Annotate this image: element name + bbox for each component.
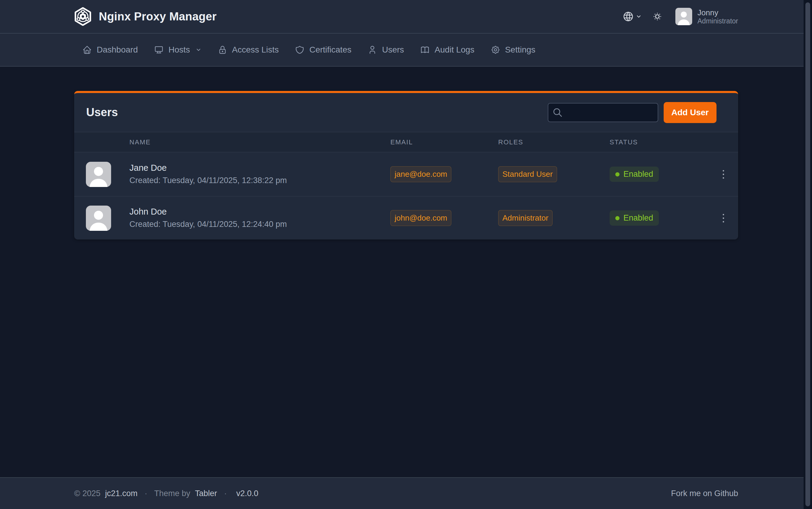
theme-by-text: Theme by — [154, 489, 190, 498]
search-box — [548, 103, 658, 122]
nav-label: Certificates — [309, 45, 351, 55]
lock-icon — [218, 45, 227, 55]
column-header-roles: ROLES — [498, 138, 610, 146]
brand: Nginx Proxy Manager — [74, 7, 217, 26]
status-badge: Enabled — [610, 167, 659, 182]
user-icon — [367, 45, 377, 55]
status-label: Enabled — [623, 170, 653, 179]
nav-label: Dashboard — [97, 45, 138, 55]
monitor-icon — [154, 45, 164, 55]
avatar — [86, 206, 111, 231]
status-dot-icon — [615, 216, 619, 220]
avatar — [675, 8, 692, 25]
person-silhouette-icon — [675, 8, 692, 25]
status-badge: Enabled — [610, 210, 659, 226]
nav-item-settings[interactable]: Settings — [483, 34, 544, 66]
nav-item-dashboard[interactable]: Dashboard — [74, 34, 146, 66]
nav-item-users[interactable]: Users — [359, 34, 412, 66]
nav-item-access-lists[interactable]: Access Lists — [209, 34, 287, 66]
table-row: Jane Doe Created: Tuesday, 04/11/2025, 1… — [74, 152, 738, 196]
column-header-status: STATUS — [610, 138, 709, 146]
row-menu-button[interactable] — [714, 209, 733, 228]
role-badge: Standard User — [498, 166, 557, 182]
language-button[interactable] — [622, 11, 642, 22]
footer: © 2025 jc21.com · Theme by Tabler · v2.0… — [0, 477, 804, 509]
user-created-date: Created: Tuesday, 04/11/2025, 12:24:40 p… — [129, 220, 287, 229]
email-badge: jane@doe.com — [390, 166, 451, 182]
shield-icon — [295, 45, 304, 55]
topbar: Nginx Proxy Manager — [0, 0, 804, 34]
column-header-name: NAME — [74, 138, 390, 146]
nav-item-certificates[interactable]: Certificates — [287, 34, 359, 66]
card-header: Users Add User — [74, 93, 738, 132]
user-full-name: John Doe — [129, 207, 287, 217]
kebab-menu-icon — [717, 168, 730, 181]
users-card: Users Add User NAME EMAIL — [74, 91, 738, 239]
version-text: v2.0.0 — [236, 489, 259, 498]
nav-label: Audit Logs — [434, 45, 474, 55]
nav-item-audit-logs[interactable]: Audit Logs — [412, 34, 482, 66]
tabler-link[interactable]: Tabler — [195, 489, 217, 498]
nav-item-hosts[interactable]: Hosts — [146, 34, 209, 66]
book-icon — [420, 45, 430, 55]
nginx-proxy-manager-logo-icon — [74, 7, 92, 26]
column-header-email: EMAIL — [390, 138, 498, 146]
jc21-link[interactable]: jc21.com — [105, 489, 137, 498]
status-label: Enabled — [623, 213, 653, 223]
user-name: Jonny — [697, 9, 738, 16]
app-title: Nginx Proxy Manager — [99, 10, 217, 23]
user-menu[interactable]: Jonny Administrator — [675, 8, 738, 25]
sun-icon — [652, 11, 663, 22]
footer-credits: © 2025 jc21.com · Theme by Tabler · v2.0… — [74, 489, 258, 498]
separator: · — [224, 489, 227, 498]
table-header: NAME EMAIL ROLES STATUS — [74, 132, 738, 152]
person-silhouette-icon — [86, 162, 111, 187]
role-badge: Administrator — [498, 210, 553, 226]
gear-icon — [491, 45, 500, 55]
nav-label: Users — [382, 45, 404, 55]
copyright-text: © 2025 — [74, 489, 100, 498]
globe-icon — [622, 11, 634, 22]
user-full-name: Jane Doe — [129, 163, 287, 173]
scrollbar-thumb[interactable] — [805, 2, 810, 506]
app-root: Nginx Proxy Manager — [0, 0, 812, 509]
nav-label: Settings — [505, 45, 535, 55]
email-badge: john@doe.com — [390, 210, 451, 226]
avatar — [86, 162, 111, 187]
main-content: Users Add User NAME EMAIL — [0, 67, 804, 477]
kebab-menu-icon — [717, 212, 730, 225]
chevron-down-icon — [636, 13, 642, 20]
home-icon — [82, 45, 92, 55]
add-user-button[interactable]: Add User — [664, 102, 716, 123]
github-link[interactable]: Fork me on Github — [671, 489, 738, 498]
status-dot-icon — [615, 172, 619, 176]
main-nav: Dashboard Hosts — [0, 34, 804, 67]
row-menu-button[interactable] — [714, 165, 733, 184]
nav-label: Access Lists — [232, 45, 279, 55]
theme-toggle-button[interactable] — [652, 11, 663, 22]
page-title: Users — [86, 106, 118, 119]
person-silhouette-icon — [86, 206, 111, 231]
user-created-date: Created: Tuesday, 04/11/2025, 12:38:22 p… — [129, 176, 287, 185]
separator: · — [145, 489, 148, 498]
user-role: Administrator — [697, 18, 738, 25]
nav-label: Hosts — [168, 45, 190, 55]
table-row: John Doe Created: Tuesday, 04/11/2025, 1… — [74, 196, 738, 239]
search-input[interactable] — [548, 103, 658, 122]
chevron-down-icon — [195, 47, 201, 53]
scrollbar-track[interactable] — [804, 0, 812, 509]
